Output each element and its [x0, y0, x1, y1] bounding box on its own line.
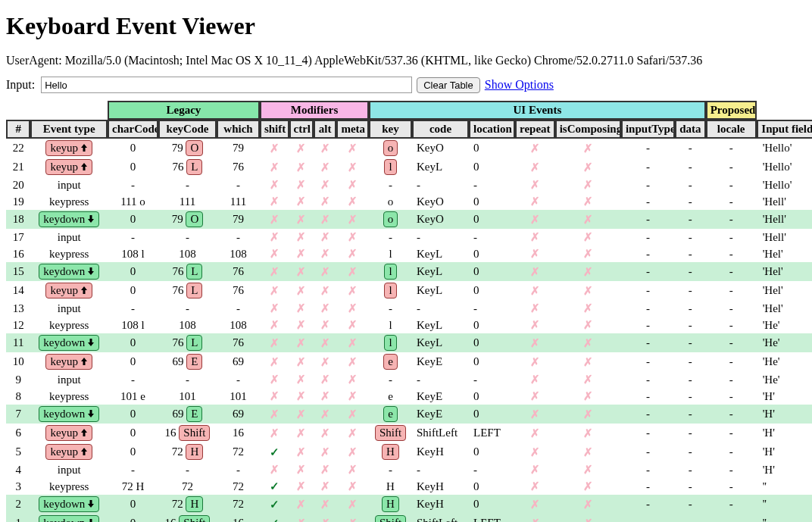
cell: ✗ [289, 424, 314, 442]
dash: - [646, 195, 650, 208]
dash: - [729, 517, 733, 522]
x-icon: ✗ [583, 248, 593, 260]
cell: - [469, 177, 515, 193]
cell: - [675, 478, 706, 495]
cell: 0 [469, 158, 515, 177]
cell: 0 [108, 333, 158, 352]
cell: 0 [108, 262, 158, 281]
cell: ✗ [289, 300, 314, 317]
cell: KeyE [412, 405, 469, 424]
dash: - [689, 480, 692, 492]
cell: ✗ [260, 245, 289, 262]
cell: - [706, 177, 757, 193]
col-charcode: charCode [108, 120, 158, 139]
cell: ✗ [260, 281, 289, 300]
x-icon: ✗ [583, 427, 593, 439]
x-icon: ✗ [320, 517, 330, 523]
arrow-up-icon [80, 286, 88, 295]
cell: ✗ [555, 405, 621, 424]
dash: - [729, 374, 733, 386]
dash: - [646, 179, 650, 191]
cell: ✗ [515, 371, 555, 388]
cell: ✗ [555, 158, 621, 177]
cell: - [621, 158, 675, 177]
cell: ✗ [289, 262, 314, 281]
cell: ✗ [336, 317, 369, 333]
input-row: Input: Clear Table Show Options [6, 77, 812, 93]
event-pill: O [186, 140, 203, 156]
col-locale: locale [706, 120, 757, 139]
cell: - [158, 229, 217, 245]
cell: ✗ [289, 139, 314, 158]
dash: - [131, 302, 135, 314]
cell: - [621, 478, 675, 495]
x-icon: ✗ [320, 231, 330, 243]
dash: - [131, 374, 135, 386]
event-pill: Shift [179, 515, 210, 522]
col-ctrl: ctrl [289, 120, 314, 139]
cell: ✗ [314, 478, 336, 495]
show-options-link[interactable]: Show Options [485, 78, 554, 92]
cell: - [108, 177, 158, 193]
cell: - [217, 177, 260, 193]
cell: 72 H [158, 495, 217, 514]
cell: - [675, 193, 706, 210]
cell: ✗ [336, 177, 369, 193]
x-icon: ✗ [583, 231, 593, 243]
event-input[interactable] [41, 77, 412, 93]
dash: - [646, 161, 650, 173]
cell: ✗ [515, 495, 555, 514]
cell: ✗ [555, 210, 621, 229]
x-icon: ✗ [320, 214, 330, 226]
event-pill: Shift [375, 425, 406, 441]
dash: - [646, 374, 650, 386]
x-icon: ✗ [583, 464, 593, 476]
x-icon: ✗ [320, 248, 330, 260]
dash: - [689, 265, 692, 277]
cell: input [30, 300, 108, 317]
dash: - [646, 265, 650, 277]
x-icon: ✗ [270, 464, 280, 476]
dash: - [389, 302, 392, 314]
dash: - [646, 248, 650, 260]
event-table-body: 22keyup 079 O79✗✗✗✗oKeyO0✗✗---'Hello'21k… [6, 139, 812, 522]
cell: ✗ [260, 210, 289, 229]
cell: ✗ [289, 281, 314, 300]
cell: ✓ [260, 495, 289, 514]
cell: ✗ [289, 514, 314, 522]
clear-table-button[interactable]: Clear Table [417, 77, 480, 93]
cell: KeyE [412, 352, 469, 371]
cell: ✗ [555, 388, 621, 405]
cell: ✗ [555, 333, 621, 352]
cell: KeyH [412, 442, 469, 461]
x-icon: ✗ [583, 266, 593, 278]
cell: 'He' [757, 333, 812, 352]
table-row: 16keypress108 l108108✗✗✗✗lKeyL0✗✗---'Hel… [6, 245, 812, 262]
x-icon: ✗ [320, 266, 330, 278]
cell: - [675, 371, 706, 388]
x-icon: ✗ [530, 446, 540, 458]
cell: - [621, 514, 675, 522]
cell: ✓ [260, 442, 289, 461]
x-icon: ✗ [348, 319, 358, 331]
dash: - [646, 517, 650, 522]
cell: ✗ [260, 262, 289, 281]
x-icon: ✗ [348, 480, 358, 492]
event-table: Legacy Modifiers UI Events Proposed # Ev… [6, 101, 812, 522]
cell: - [675, 495, 706, 514]
cell: 0 [469, 281, 515, 300]
dash: - [729, 355, 733, 367]
dash: - [729, 480, 733, 492]
dash: - [473, 179, 477, 191]
dash: - [417, 179, 420, 191]
dash: - [689, 284, 692, 296]
cell: - [675, 245, 706, 262]
cell: ✗ [555, 281, 621, 300]
cell: - [675, 177, 706, 193]
x-icon: ✗ [320, 446, 330, 458]
cell: ✗ [260, 229, 289, 245]
cell: 0 [469, 495, 515, 514]
cell: - [706, 281, 757, 300]
event-pill: o [383, 140, 398, 156]
dash: - [186, 231, 189, 243]
